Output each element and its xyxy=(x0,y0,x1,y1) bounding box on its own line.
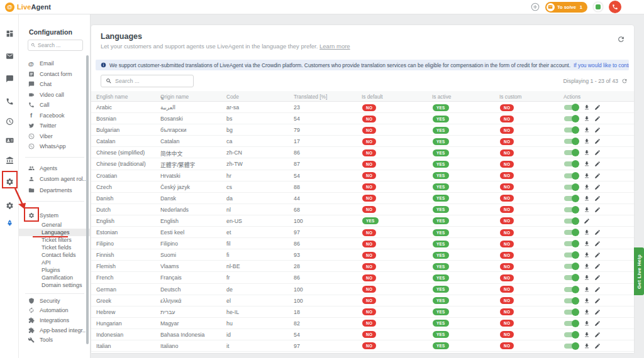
rail-item-calls[interactable] xyxy=(3,95,16,107)
rail-item-tickets[interactable] xyxy=(3,50,16,62)
sidebar-item-automation[interactable]: Automation xyxy=(19,306,90,316)
active-toggle[interactable] xyxy=(564,172,579,180)
active-toggle[interactable] xyxy=(564,126,579,134)
active-toggle[interactable] xyxy=(564,286,579,293)
sidebar-item-departments[interactable]: Departments xyxy=(19,185,90,196)
active-toggle[interactable] xyxy=(564,331,579,339)
active-toggle[interactable] xyxy=(564,342,579,350)
edit-pencil-icon[interactable] xyxy=(594,320,601,327)
liveagent-logo[interactable]: @ LiveAgent xyxy=(5,3,51,12)
get-live-help-tab[interactable]: Get Live Help xyxy=(634,247,644,295)
edit-pencil-icon[interactable] xyxy=(594,116,601,122)
active-toggle[interactable] xyxy=(564,308,579,316)
edit-pencil-icon[interactable] xyxy=(594,241,601,247)
download-icon[interactable] xyxy=(584,298,590,304)
calls-status-button[interactable] xyxy=(609,1,621,13)
rail-item-history[interactable] xyxy=(3,115,16,127)
download-icon[interactable] xyxy=(584,320,590,327)
download-icon[interactable] xyxy=(584,149,590,156)
edit-pencil-icon[interactable] xyxy=(594,173,601,179)
active-toggle[interactable] xyxy=(564,138,579,145)
edit-pencil-icon[interactable] xyxy=(594,263,601,269)
active-toggle[interactable] xyxy=(564,160,579,168)
download-icon[interactable] xyxy=(584,195,590,202)
active-toggle[interactable] xyxy=(564,240,579,247)
edit-pencil-icon[interactable] xyxy=(594,332,601,338)
download-icon[interactable] xyxy=(584,173,590,179)
edit-pencil-icon[interactable] xyxy=(594,207,601,213)
download-icon[interactable] xyxy=(584,116,590,122)
sidebar-subitem-contact-fields[interactable]: Contact fields xyxy=(19,251,90,259)
sidebar-item-whatsapp[interactable]: WhatsApp xyxy=(19,141,90,152)
refresh-icon[interactable] xyxy=(617,35,625,43)
download-icon[interactable] xyxy=(584,263,590,269)
sidebar-scrollbar[interactable] xyxy=(86,55,89,344)
edit-pencil-icon[interactable] xyxy=(594,274,601,281)
table-search-input[interactable] xyxy=(115,78,184,84)
sidebar-item-contact-form[interactable]: Contact form xyxy=(19,69,90,80)
active-toggle[interactable] xyxy=(564,251,579,259)
sidebar-subitem-plugins[interactable]: Plugins xyxy=(19,266,90,274)
edit-pencil-icon[interactable] xyxy=(594,343,601,349)
edit-pencil-icon[interactable] xyxy=(594,161,601,167)
rail-item-settings[interactable] xyxy=(3,175,16,188)
download-icon[interactable] xyxy=(584,252,590,258)
rail-item-setup[interactable] xyxy=(3,199,16,212)
download-icon[interactable] xyxy=(584,184,590,190)
rail-item-billing[interactable] xyxy=(3,154,16,166)
edit-pencil-icon[interactable] xyxy=(594,298,601,304)
sidebar-item-call[interactable]: Call xyxy=(19,100,90,111)
active-toggle[interactable] xyxy=(564,297,579,305)
table-search[interactable] xyxy=(101,75,194,87)
active-toggle[interactable] xyxy=(564,320,579,327)
active-toggle[interactable] xyxy=(564,149,579,156)
edit-pencil-icon[interactable] xyxy=(594,104,601,111)
active-toggle[interactable] xyxy=(564,217,579,225)
download-icon[interactable] xyxy=(584,104,590,111)
sidebar-item-app-based-integr[interactable]: App-based integr.. xyxy=(19,325,90,335)
sidebar-subitem-api[interactable]: API xyxy=(19,259,90,266)
download-icon[interactable] xyxy=(584,286,590,293)
sidebar-subitem-languages[interactable]: Languages xyxy=(19,229,90,236)
rail-item-chats[interactable] xyxy=(3,72,16,85)
download-icon[interactable] xyxy=(584,138,590,144)
download-icon[interactable] xyxy=(584,161,590,167)
banner-link[interactable]: If you would like to contribute to the t… xyxy=(574,62,629,68)
download-icon[interactable] xyxy=(584,343,590,349)
download-icon[interactable] xyxy=(584,274,590,281)
refresh-list-icon[interactable] xyxy=(621,78,628,84)
sidebar-subitem-general[interactable]: General xyxy=(19,221,90,229)
edit-pencil-icon[interactable] xyxy=(594,229,601,236)
sidebar-search[interactable] xyxy=(28,40,83,51)
sidebar-item-tools[interactable]: Tools xyxy=(19,335,90,345)
sidebar-subitem-gamification[interactable]: Gamification xyxy=(19,274,90,281)
add-new-icon[interactable] xyxy=(531,3,540,11)
sidebar-item-video-call[interactable]: Video call xyxy=(19,90,90,100)
column-header-origin-name[interactable]: ⇅Origin name xyxy=(160,94,189,100)
sidebar-item-viber[interactable]: Viber xyxy=(19,131,90,142)
edit-pencil-icon[interactable] xyxy=(594,127,601,133)
chats-status-button[interactable] xyxy=(593,2,603,12)
sidebar-item-email[interactable]: @Email xyxy=(19,58,90,69)
download-icon[interactable] xyxy=(584,241,590,247)
sidebar-item-facebook[interactable]: fFacebook xyxy=(19,111,90,121)
sidebar-search-input[interactable] xyxy=(38,42,75,48)
edit-pencil-icon[interactable] xyxy=(594,149,601,156)
download-icon[interactable] xyxy=(584,309,590,315)
active-toggle[interactable] xyxy=(564,115,579,122)
edit-pencil-icon[interactable] xyxy=(584,218,590,224)
active-toggle[interactable] xyxy=(564,206,579,214)
sidebar-item-chat[interactable]: Chat xyxy=(19,79,90,90)
edit-pencil-icon[interactable] xyxy=(594,184,601,190)
edit-pencil-icon[interactable] xyxy=(594,138,601,144)
sidebar-subitem-ticket-filters[interactable]: Ticket filters xyxy=(19,236,90,244)
active-toggle[interactable] xyxy=(564,183,579,191)
download-icon[interactable] xyxy=(584,207,590,213)
learn-more-link[interactable]: Learn more xyxy=(319,43,350,50)
sidebar-item-twitter[interactable]: Twitter xyxy=(19,121,90,131)
sidebar-subitem-ticket-fields[interactable]: Ticket fields xyxy=(19,244,90,251)
edit-pencil-icon[interactable] xyxy=(594,309,601,315)
download-icon[interactable] xyxy=(584,127,590,133)
edit-pencil-icon[interactable] xyxy=(594,195,601,202)
sidebar-item-system[interactable]: System xyxy=(19,209,90,221)
